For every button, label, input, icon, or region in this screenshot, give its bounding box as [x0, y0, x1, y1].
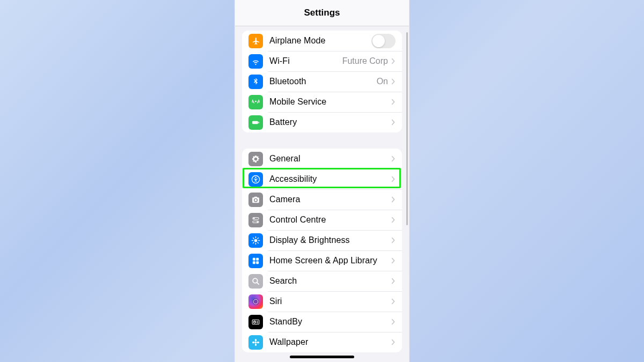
row-label: Bluetooth	[269, 77, 377, 86]
row-display[interactable]: Display & Brightness	[242, 230, 402, 250]
accessibility-icon	[248, 172, 263, 187]
row-battery[interactable]: Battery	[242, 112, 402, 132]
row-bluetooth[interactable]: BluetoothOn	[242, 71, 402, 92]
chevron-right-icon	[391, 99, 396, 105]
siri-icon	[248, 294, 263, 309]
svg-point-31	[255, 341, 257, 343]
row-value: On	[377, 77, 388, 86]
airplane-toggle[interactable]	[371, 34, 396, 48]
battery-icon	[248, 115, 263, 130]
row-siri[interactable]: Siri	[242, 291, 402, 312]
svg-rect-0	[252, 121, 258, 124]
row-label: Search	[269, 276, 391, 286]
row-label: Camera	[269, 195, 391, 204]
airplane-icon	[248, 34, 263, 48]
svg-line-28	[254, 322, 255, 322]
row-label: Control Centre	[269, 215, 391, 225]
chevron-right-icon	[391, 176, 396, 182]
svg-rect-18	[256, 257, 259, 260]
row-label: Battery	[269, 117, 391, 127]
navbar: Settings	[235, 0, 409, 26]
gear-icon	[248, 152, 263, 166]
clock-icon	[248, 315, 263, 329]
svg-line-16	[258, 238, 258, 238]
row-label: Home Screen & App Library	[269, 256, 391, 265]
toggle-knob	[372, 35, 385, 47]
camera-icon	[248, 193, 263, 207]
home-indicator[interactable]	[290, 356, 354, 358]
grid-icon	[248, 254, 263, 268]
svg-point-35	[257, 341, 259, 343]
chevron-right-icon	[391, 257, 396, 264]
svg-point-5	[253, 218, 255, 219]
chevron-right-icon	[391, 58, 396, 64]
svg-line-15	[253, 242, 254, 243]
row-accessibility[interactable]: Accessibility	[242, 169, 402, 189]
settings-group: GeneralAccessibilityCameraControl Centre…	[242, 149, 402, 352]
svg-point-33	[255, 343, 257, 346]
row-mobile[interactable]: Mobile Service	[242, 92, 402, 112]
row-wifi[interactable]: Wi-FiFuture Corp	[242, 51, 402, 71]
svg-point-8	[254, 239, 258, 242]
page-title: Settings	[304, 8, 340, 18]
svg-point-3	[255, 176, 257, 178]
row-value: Future Corp	[342, 56, 388, 66]
row-label: Airplane Mode	[269, 36, 371, 46]
sun-icon	[248, 233, 263, 248]
svg-rect-29	[257, 321, 259, 321]
svg-rect-17	[253, 257, 255, 260]
row-homescreen[interactable]: Home Screen & App Library	[242, 250, 402, 271]
chevron-right-icon	[391, 78, 396, 85]
flower-icon	[248, 335, 263, 350]
svg-line-13	[253, 238, 254, 238]
chevron-right-icon	[391, 196, 396, 203]
row-control[interactable]: Control Centre	[242, 210, 402, 230]
row-label: Wallpaper	[269, 337, 391, 347]
settings-list[interactable]: Airplane ModeWi-FiFuture CorpBluetoothOn…	[235, 26, 409, 362]
row-general[interactable]: General	[242, 149, 402, 169]
row-wallpaper[interactable]: Wallpaper	[242, 332, 402, 352]
chevron-right-icon	[391, 156, 396, 162]
svg-rect-30	[257, 322, 259, 323]
chevron-right-icon	[391, 217, 396, 223]
chevron-right-icon	[391, 339, 396, 345]
row-label: General	[269, 154, 391, 164]
row-airplane[interactable]: Airplane Mode	[242, 31, 402, 51]
chevron-right-icon	[391, 319, 396, 325]
svg-rect-1	[258, 122, 259, 123]
wifi-icon	[248, 54, 263, 69]
svg-line-22	[257, 282, 259, 284]
svg-point-34	[252, 341, 255, 343]
row-label: Wi-Fi	[269, 56, 342, 66]
row-camera[interactable]: Camera	[242, 189, 402, 210]
chevron-right-icon	[391, 298, 396, 305]
row-label: Siri	[269, 297, 391, 306]
svg-rect-19	[253, 261, 255, 264]
svg-point-7	[257, 221, 258, 223]
chevron-right-icon	[391, 278, 396, 284]
row-label: Mobile Service	[269, 97, 391, 107]
chevron-right-icon	[391, 119, 396, 125]
settings-group: Airplane ModeWi-FiFuture CorpBluetoothOn…	[242, 31, 402, 132]
settings-screen: Settings Airplane ModeWi-FiFuture CorpBl…	[235, 0, 409, 362]
search-icon	[248, 274, 263, 289]
svg-rect-20	[256, 261, 259, 264]
row-label: Display & Brightness	[269, 235, 391, 245]
svg-point-32	[255, 338, 257, 341]
row-standby[interactable]: StandBy	[242, 312, 402, 332]
bluetooth-icon	[248, 75, 263, 89]
row-label: StandBy	[269, 317, 391, 327]
scrollbar[interactable]	[406, 32, 408, 225]
switches-icon	[248, 213, 263, 227]
svg-line-14	[258, 242, 258, 243]
row-search[interactable]: Search	[242, 271, 402, 291]
chevron-right-icon	[391, 237, 396, 243]
antenna-icon	[248, 95, 263, 109]
row-label: Accessibility	[269, 174, 391, 184]
